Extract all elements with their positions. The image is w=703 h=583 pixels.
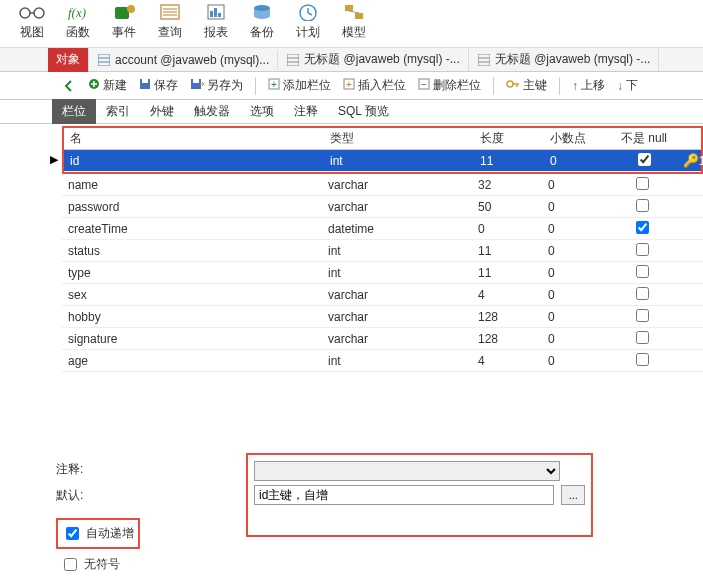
cell-len[interactable]: 4 bbox=[472, 286, 542, 304]
cell-len[interactable]: 11 bbox=[474, 152, 544, 170]
cell-type[interactable]: varchar bbox=[322, 176, 472, 194]
down-button[interactable]: ↓ 下 bbox=[617, 77, 638, 94]
table-row[interactable]: passwordvarchar500 bbox=[62, 196, 703, 218]
more-button[interactable]: ... bbox=[561, 485, 585, 505]
tab-untitled1[interactable]: 无标题 @javaweb (mysql) -... bbox=[278, 48, 469, 71]
cell-type[interactable]: varchar bbox=[322, 330, 472, 348]
cell-type[interactable]: int bbox=[322, 352, 472, 370]
table-row[interactable]: hobbyvarchar1280 bbox=[62, 306, 703, 328]
cell-len[interactable]: 4 bbox=[472, 352, 542, 370]
cell-notnull[interactable] bbox=[612, 329, 672, 349]
arrow-left-button[interactable] bbox=[62, 79, 76, 93]
cell-name[interactable]: type bbox=[62, 264, 322, 282]
tab-account[interactable]: account @javaweb (mysql)... bbox=[89, 50, 278, 70]
model-button[interactable]: 模型 bbox=[340, 2, 368, 41]
unsigned-checkbox[interactable] bbox=[64, 558, 77, 571]
cell-notnull[interactable] bbox=[612, 351, 672, 371]
report-button[interactable]: 报表 bbox=[202, 2, 230, 41]
header-len[interactable]: 长度 bbox=[474, 128, 544, 149]
cell-name[interactable]: hobby bbox=[62, 308, 322, 326]
table-row[interactable]: namevarchar320 bbox=[62, 174, 703, 196]
cell-notnull[interactable] bbox=[612, 197, 672, 217]
cell-dec[interactable]: 0 bbox=[542, 242, 612, 260]
cell-len[interactable]: 50 bbox=[472, 198, 542, 216]
table-row[interactable]: sexvarchar40 bbox=[62, 284, 703, 306]
cell-dec[interactable]: 0 bbox=[542, 264, 612, 282]
cell-type[interactable]: int bbox=[322, 264, 472, 282]
cell-len[interactable]: 128 bbox=[472, 330, 542, 348]
notnull-checkbox[interactable] bbox=[636, 199, 649, 212]
subnav-index[interactable]: 索引 bbox=[96, 99, 140, 124]
cell-dec[interactable]: 0 bbox=[542, 220, 612, 238]
cell-type[interactable]: varchar bbox=[322, 286, 472, 304]
notnull-checkbox[interactable] bbox=[636, 221, 649, 234]
cell-len[interactable]: 0 bbox=[472, 220, 542, 238]
cell-name[interactable]: status bbox=[62, 242, 322, 260]
subnav-trigger[interactable]: 触发器 bbox=[184, 99, 240, 124]
cell-name[interactable]: name bbox=[62, 176, 322, 194]
delcol-button[interactable]: − 删除栏位 bbox=[418, 77, 481, 94]
cell-type[interactable]: int bbox=[322, 242, 472, 260]
notnull-checkbox[interactable] bbox=[638, 153, 651, 166]
cell-name[interactable]: createTime bbox=[62, 220, 322, 238]
autoinc-checkbox[interactable] bbox=[66, 527, 79, 540]
cell-len[interactable]: 128 bbox=[472, 308, 542, 326]
cell-type[interactable]: varchar bbox=[322, 198, 472, 216]
func-button[interactable]: f(x) 函数 bbox=[64, 2, 92, 41]
header-name[interactable]: 名 bbox=[64, 128, 324, 149]
subnav-sqlpreview[interactable]: SQL 预览 bbox=[328, 99, 399, 124]
addcol-button[interactable]: + 添加栏位 bbox=[268, 77, 331, 94]
cell-notnull[interactable] bbox=[614, 151, 674, 171]
subnav-option[interactable]: 选项 bbox=[240, 99, 284, 124]
new-button[interactable]: 新建 bbox=[88, 77, 127, 94]
cell-name[interactable]: sex bbox=[62, 286, 322, 304]
plan-button[interactable]: 计划 bbox=[294, 2, 322, 41]
cell-notnull[interactable] bbox=[612, 285, 672, 305]
table-row[interactable]: statusint110 bbox=[62, 240, 703, 262]
cell-len[interactable]: 32 bbox=[472, 176, 542, 194]
pkey-button[interactable]: 主键 bbox=[506, 77, 547, 94]
table-row[interactable]: signaturevarchar1280 bbox=[62, 328, 703, 350]
saveas-button[interactable]: 另存为 bbox=[190, 77, 243, 94]
cell-len[interactable]: 11 bbox=[472, 264, 542, 282]
cell-name[interactable]: signature bbox=[62, 330, 322, 348]
cell-name[interactable]: id bbox=[64, 152, 324, 170]
subnav-fk[interactable]: 外键 bbox=[140, 99, 184, 124]
cell-len[interactable]: 11 bbox=[472, 242, 542, 260]
header-dec[interactable]: 小数点 bbox=[544, 128, 614, 149]
header-notnull[interactable]: 不是 null bbox=[614, 128, 674, 149]
subnav-comment[interactable]: 注释 bbox=[284, 99, 328, 124]
up-button[interactable]: ↑ 上移 bbox=[572, 77, 605, 94]
table-row[interactable]: createTimedatetime00 bbox=[62, 218, 703, 240]
cell-dec[interactable]: 0 bbox=[544, 152, 614, 170]
table-row[interactable]: typeint110 bbox=[62, 262, 703, 284]
notnull-checkbox[interactable] bbox=[636, 177, 649, 190]
table-row[interactable]: ▶ id int 11 0 🔑1 bbox=[64, 150, 701, 172]
notnull-checkbox[interactable] bbox=[636, 353, 649, 366]
cell-notnull[interactable] bbox=[612, 307, 672, 327]
comment-input[interactable] bbox=[254, 485, 554, 505]
cell-dec[interactable]: 0 bbox=[542, 198, 612, 216]
insertcol-button[interactable]: + 插入栏位 bbox=[343, 77, 406, 94]
notnull-checkbox[interactable] bbox=[636, 243, 649, 256]
query-button[interactable]: 查询 bbox=[156, 2, 184, 41]
default-select[interactable] bbox=[254, 461, 560, 481]
cell-dec[interactable]: 0 bbox=[542, 330, 612, 348]
cell-name[interactable]: password bbox=[62, 198, 322, 216]
cell-notnull[interactable] bbox=[612, 175, 672, 195]
save-button[interactable]: 保存 bbox=[139, 77, 178, 94]
cell-type[interactable]: datetime bbox=[322, 220, 472, 238]
notnull-checkbox[interactable] bbox=[636, 265, 649, 278]
view-button[interactable]: 视图 bbox=[18, 2, 46, 41]
notnull-checkbox[interactable] bbox=[636, 331, 649, 344]
cell-type[interactable]: varchar bbox=[322, 308, 472, 326]
tab-object[interactable]: 对象 bbox=[48, 48, 89, 72]
cell-type[interactable]: int bbox=[324, 152, 474, 170]
header-type[interactable]: 类型 bbox=[324, 128, 474, 149]
subnav-cols[interactable]: 栏位 bbox=[52, 99, 96, 124]
tab-untitled2[interactable]: 无标题 @javaweb (mysql) -... bbox=[469, 48, 660, 71]
backup-button[interactable]: 备份 bbox=[248, 2, 276, 41]
notnull-checkbox[interactable] bbox=[636, 287, 649, 300]
cell-dec[interactable]: 0 bbox=[542, 308, 612, 326]
notnull-checkbox[interactable] bbox=[636, 309, 649, 322]
